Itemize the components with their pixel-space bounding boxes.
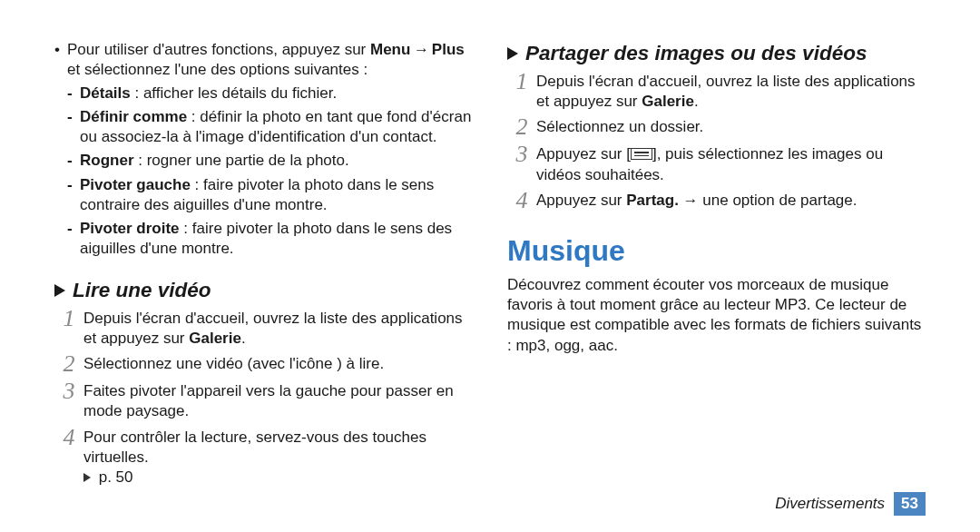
step-number: 4	[54, 426, 83, 488]
text: .	[241, 330, 246, 347]
bullet-icon: •	[54, 40, 67, 80]
text: Faites pivoter l'appareil vers la gauche…	[83, 379, 473, 421]
galerie-bold: Galerie	[189, 330, 241, 347]
step-number: 4	[507, 189, 536, 212]
share-step-2: 2 Sélectionnez un dossier.	[507, 115, 926, 139]
dash-icon: -	[67, 151, 80, 171]
text: .	[694, 93, 699, 110]
step-number: 3	[507, 143, 536, 184]
intro-plus-bold: Plus	[432, 41, 465, 58]
section-partager: Partager des images ou des vidéos	[507, 40, 926, 66]
page-number-badge: 53	[894, 492, 926, 516]
sub-rogner: - Rogner : rogner une partie de la photo…	[67, 151, 473, 171]
sub-pivoter-droite: - Pivoter droite : faire pivoter la phot…	[67, 219, 473, 259]
music-body: Découvrez comment écouter vos morceaux d…	[507, 275, 926, 355]
menu-icon	[631, 148, 652, 160]
step-number: 1	[507, 70, 536, 112]
chevron-right-icon	[54, 284, 65, 297]
step-number: 3	[54, 379, 83, 421]
term: Pivoter droite	[80, 220, 180, 237]
dash-icon: -	[67, 175, 80, 215]
intro-bullet: • Pour utiliser d'autres fonctions, appu…	[54, 40, 473, 80]
step-number: 1	[54, 307, 83, 349]
text: Appuyez sur [	[536, 145, 631, 163]
page-ref: p. 50	[94, 468, 133, 486]
step-number: 2	[54, 352, 83, 376]
text: Sélectionnez une vidéo (avec l'icône ) à…	[83, 352, 473, 376]
text: Appuyez sur	[536, 192, 626, 209]
dash-icon: -	[67, 84, 80, 103]
page-footer: Divertissements 53	[775, 492, 926, 516]
triangle-right-icon	[83, 473, 91, 482]
footer-section: Divertissements	[775, 494, 885, 514]
desc: : rogner une partie de la photo.	[134, 152, 349, 169]
sub-details: - Détails : afficher les détails du fich…	[67, 84, 473, 103]
dash-icon: -	[67, 107, 80, 147]
term: Définir comme	[80, 108, 187, 125]
intro-menu-bold: Menu	[370, 41, 410, 58]
term: Rogner	[80, 152, 134, 169]
section-title: Lire une vidéo	[73, 277, 211, 303]
page-columns: • Pour utiliser d'autres fonctions, appu…	[54, 40, 926, 488]
sub-pivoter-gauche: - Pivoter gauche : faire pivoter la phot…	[67, 175, 473, 215]
video-step-1: 1 Depuis l'écran d'accueil, ouvrez la li…	[54, 307, 473, 349]
right-column: Partager des images ou des vidéos 1 Depu…	[507, 40, 926, 488]
text: Sélectionnez un dossier.	[536, 115, 926, 139]
step-number: 2	[507, 115, 536, 139]
intro-post: et sélectionnez l'une des options suivan…	[67, 61, 368, 78]
galerie-bold: Galerie	[642, 93, 694, 110]
text: → une option de partage.	[679, 192, 858, 209]
share-step-1: 1 Depuis l'écran d'accueil, ouvrez la li…	[507, 70, 926, 112]
share-step-3: 3 Appuyez sur [], puis sélectionnez les …	[507, 143, 926, 184]
intro-text: Pour utiliser d'autres fonctions, appuye…	[67, 40, 473, 80]
left-column: • Pour utiliser d'autres fonctions, appu…	[54, 40, 473, 488]
video-step-2: 2 Sélectionnez une vidéo (avec l'icône )…	[54, 352, 473, 376]
intro-pre: Pour utiliser d'autres fonctions, appuye…	[67, 41, 370, 58]
desc: : afficher les détails du fichier.	[131, 84, 337, 102]
video-step-4: 4 Pour contrôler la lecture, servez-vous…	[54, 426, 473, 488]
sub-definir: - Définir comme : définir la photo en ta…	[67, 107, 473, 147]
heading-musique: Musique	[507, 232, 926, 271]
section-lire-video: Lire une vidéo	[54, 277, 473, 303]
text: Depuis l'écran d'accueil, ouvrez la list…	[83, 310, 463, 347]
text: Pour contrôler la lecture, servez-vous d…	[83, 429, 426, 466]
text: Depuis l'écran d'accueil, ouvrez la list…	[536, 73, 916, 110]
video-step-3: 3 Faites pivoter l'appareil vers la gauc…	[54, 379, 473, 421]
section-title: Partager des images ou des vidéos	[525, 40, 867, 66]
chevron-right-icon	[507, 47, 518, 60]
term: Détails	[80, 84, 131, 102]
share-step-4: 4 Appuyez sur Partag. → une option de pa…	[507, 189, 926, 212]
partag-bold: Partag.	[626, 192, 679, 209]
term: Pivoter gauche	[80, 176, 191, 193]
dash-icon: -	[67, 219, 80, 259]
arrow-icon: →	[410, 41, 431, 58]
